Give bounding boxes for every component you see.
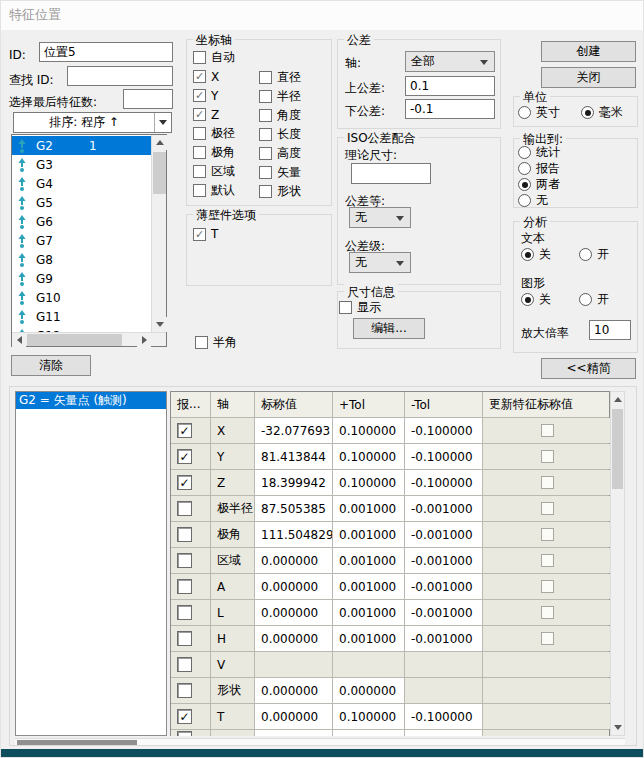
minus-tol-cell[interactable]: -0.100000 bbox=[405, 704, 483, 729]
radio-graph-on[interactable]: 开 bbox=[579, 291, 609, 308]
update-nominal-cell[interactable] bbox=[483, 652, 611, 677]
nominal-cell[interactable]: 81.413844 bbox=[255, 444, 333, 469]
report-checkbox-cell[interactable] bbox=[171, 678, 211, 703]
scroll-up-icon[interactable] bbox=[152, 135, 167, 150]
axis-checkbox[interactable]: 自动 bbox=[193, 48, 235, 67]
minus-tol-cell[interactable] bbox=[405, 652, 483, 677]
minus-tol-cell[interactable]: -0.001000 bbox=[405, 496, 483, 521]
create-button[interactable]: 创建 bbox=[541, 41, 636, 62]
report-checkbox-cell[interactable] bbox=[171, 522, 211, 547]
report-checkbox[interactable] bbox=[177, 423, 192, 438]
update-nominal-cell[interactable] bbox=[483, 522, 611, 547]
minus-tol-cell[interactable]: -0.001000 bbox=[405, 600, 483, 625]
theoretical-size-input[interactable] bbox=[351, 163, 431, 184]
scroll-right-icon[interactable] bbox=[137, 333, 151, 347]
report-checkbox[interactable] bbox=[177, 579, 192, 594]
feature-list-hscrollbar[interactable] bbox=[12, 332, 166, 346]
dim-info-show-checkbox[interactable]: 显示 bbox=[339, 299, 381, 316]
nominal-cell[interactable]: 0.000000 bbox=[255, 678, 333, 703]
feature-list-item[interactable]: G9 bbox=[12, 269, 151, 288]
report-checkbox[interactable] bbox=[177, 527, 192, 542]
magnify-input[interactable] bbox=[589, 320, 631, 340]
update-nominal-cell[interactable] bbox=[483, 548, 611, 573]
axis-checkbox[interactable]: 极径 bbox=[193, 124, 235, 143]
nominal-cell[interactable]: 0.000000 bbox=[255, 626, 333, 651]
tol-grade-select[interactable]: 无 bbox=[349, 207, 411, 228]
half-angle-checkbox[interactable]: 半角 bbox=[195, 334, 237, 351]
scrollbar-thumb[interactable] bbox=[17, 740, 137, 745]
plus-tol-cell[interactable]: 0.100000 bbox=[333, 704, 405, 729]
axis-checkbox[interactable]: 区域 bbox=[193, 162, 235, 181]
scroll-up-icon[interactable] bbox=[611, 392, 624, 407]
axis-checkbox[interactable]: 默认 bbox=[193, 181, 235, 200]
report-checkbox-cell[interactable] bbox=[171, 574, 211, 599]
scrollbar-thumb[interactable] bbox=[612, 409, 623, 489]
report-checkbox-cell[interactable] bbox=[171, 470, 211, 495]
scroll-down-icon[interactable] bbox=[611, 720, 624, 735]
nominal-cell[interactable]: 0.000000 bbox=[255, 704, 333, 729]
simplify-button[interactable]: <<精简 bbox=[541, 358, 636, 379]
update-checkbox[interactable] bbox=[541, 580, 554, 593]
id-input[interactable] bbox=[39, 42, 173, 62]
tolerance-axis-select[interactable]: 全部 bbox=[405, 51, 495, 72]
radio-inch[interactable]: 英寸 bbox=[518, 104, 560, 121]
minus-tol-cell[interactable]: -0.001000 bbox=[405, 522, 483, 547]
update-checkbox[interactable] bbox=[541, 528, 554, 541]
feature-list-item[interactable]: G11 bbox=[12, 307, 151, 326]
plus-tol-cell[interactable]: 0.001000 bbox=[333, 626, 405, 651]
report-checkbox-cell[interactable] bbox=[171, 548, 211, 573]
update-nominal-cell[interactable] bbox=[483, 574, 611, 599]
nominal-cell[interactable] bbox=[255, 652, 333, 677]
plus-tol-cell[interactable]: 0.001000 bbox=[333, 548, 405, 573]
update-checkbox[interactable] bbox=[541, 476, 554, 489]
feature-list-item[interactable]: G3 bbox=[12, 155, 151, 174]
radio-mm[interactable]: 毫米 bbox=[581, 104, 623, 121]
radio-graph-off[interactable]: 关 bbox=[521, 291, 551, 308]
axis-checkbox[interactable]: X bbox=[193, 67, 235, 86]
minus-tol-cell[interactable]: -0.100000 bbox=[405, 418, 483, 443]
feature-list-item[interactable]: G8 bbox=[12, 250, 151, 269]
update-nominal-cell[interactable] bbox=[483, 704, 611, 729]
radio-none[interactable]: 无 bbox=[518, 192, 548, 209]
chevron-down-icon[interactable] bbox=[155, 120, 171, 125]
nominal-cell[interactable]: 0.000000 bbox=[255, 548, 333, 573]
radio-stats[interactable]: 统计 bbox=[518, 144, 560, 161]
update-nominal-cell[interactable] bbox=[483, 418, 611, 443]
report-checkbox[interactable] bbox=[177, 605, 192, 620]
result-feature-list[interactable]: G2 = 矢量点 (触测) bbox=[15, 391, 167, 736]
feature-list[interactable]: G21 G3 G4 G5 G6 G7 G8 G9 G10 G11 G12 bbox=[11, 134, 167, 347]
report-checkbox-cell[interactable] bbox=[171, 496, 211, 521]
scroll-left-icon[interactable] bbox=[12, 333, 26, 347]
report-checkbox-cell[interactable] bbox=[171, 418, 211, 443]
plus-tol-cell[interactable]: 0.001000 bbox=[333, 574, 405, 599]
axis-checkbox[interactable]: 形状 bbox=[259, 182, 301, 201]
report-checkbox[interactable] bbox=[177, 631, 192, 646]
table-hscrollbar[interactable] bbox=[15, 738, 625, 745]
axis-checkbox[interactable]: 角度 bbox=[259, 106, 301, 125]
update-nominal-cell[interactable] bbox=[483, 444, 611, 469]
nominal-cell[interactable]: 0.000000 bbox=[255, 600, 333, 625]
report-checkbox[interactable] bbox=[177, 709, 192, 724]
update-checkbox[interactable] bbox=[541, 424, 554, 437]
minus-tol-cell[interactable]: -0.100000 bbox=[405, 470, 483, 495]
thin-wall-t-checkbox[interactable]: T bbox=[193, 227, 218, 241]
table-vscrollbar[interactable] bbox=[610, 391, 625, 736]
axis-checkbox[interactable]: 长度 bbox=[259, 125, 301, 144]
report-checkbox[interactable] bbox=[177, 449, 192, 464]
report-checkbox-cell[interactable] bbox=[171, 704, 211, 729]
tol-class-select[interactable]: 无 bbox=[349, 252, 411, 273]
plus-tol-cell[interactable]: 0.100000 bbox=[333, 444, 405, 469]
minus-tol-cell[interactable]: -0.001000 bbox=[405, 548, 483, 573]
axis-checkbox[interactable]: 极角 bbox=[193, 143, 235, 162]
radio-report[interactable]: 报告 bbox=[518, 160, 560, 177]
find-id-input[interactable] bbox=[67, 66, 173, 86]
sort-dropdown[interactable]: 排序: 程序 ↑ bbox=[13, 112, 172, 133]
update-checkbox[interactable] bbox=[541, 502, 554, 515]
minus-tol-cell[interactable]: -0.100000 bbox=[405, 444, 483, 469]
radio-text-on[interactable]: 开 bbox=[579, 246, 609, 263]
edit-button[interactable]: 编辑... bbox=[353, 318, 425, 339]
axis-checkbox[interactable]: 矢量 bbox=[259, 163, 301, 182]
nominal-cell[interactable]: 0.000000 bbox=[255, 574, 333, 599]
nominal-cell[interactable]: 111.504829 bbox=[255, 522, 333, 547]
axis-checkbox[interactable]: Y bbox=[193, 86, 235, 105]
